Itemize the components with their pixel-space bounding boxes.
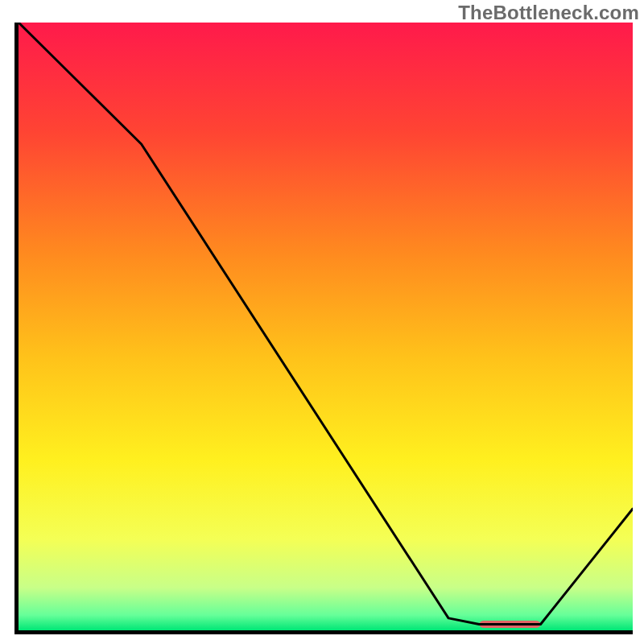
watermark-text: TheBottleneck.com <box>458 2 639 24</box>
plot-area <box>14 23 633 634</box>
plot-svg <box>19 23 633 630</box>
chart-stage: TheBottleneck.com <box>0 0 644 644</box>
